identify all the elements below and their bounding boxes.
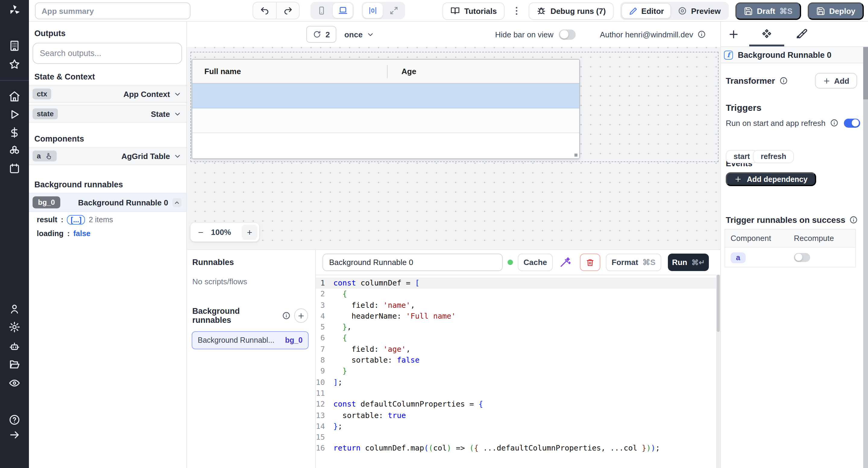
insert-component-plus-tab[interactable] [727, 28, 740, 40]
state-type-label: State [151, 109, 170, 119]
more-options-kebab-icon[interactable] [511, 5, 522, 16]
audit-eye-icon[interactable] [8, 377, 21, 389]
recompute-toggle[interactable] [794, 253, 810, 262]
favorites-star-icon[interactable] [8, 59, 21, 70]
add-dependency-button[interactable]: Add dependency [726, 172, 816, 186]
code-line[interactable]: 7 field: 'age', [316, 344, 720, 355]
schedules-calendar-icon[interactable] [8, 163, 21, 175]
code-line[interactable]: 11 [316, 388, 720, 399]
run-on-start-toggle[interactable] [844, 119, 860, 127]
output-row-ctx[interactable]: ctx App Context [29, 85, 186, 103]
runnable-name-input[interactable] [322, 254, 503, 271]
styling-brush-tab[interactable] [796, 28, 808, 40]
undo-button[interactable] [253, 2, 276, 19]
mobile-view-button[interactable] [312, 3, 332, 18]
debug-runs-button[interactable]: Debug runs (7) [529, 2, 613, 20]
tab-preview[interactable]: Preview [671, 3, 727, 19]
code-line[interactable]: 13 sortable: true [316, 410, 720, 421]
run-button[interactable]: Run⌘↵ [668, 254, 709, 271]
info-icon[interactable] [698, 30, 706, 38]
centered-layout-button[interactable] [363, 3, 383, 18]
zoom-in-button[interactable]: + [242, 225, 257, 240]
expand-sidebar-arrow-icon[interactable] [8, 429, 21, 441]
bg0-label: Background Runnable 0 [78, 198, 168, 207]
background-runnable-item[interactable]: Background Runnabl... bg_0 [192, 331, 309, 349]
deploy-button[interactable]: Deploy [807, 2, 864, 20]
refresh-count-button[interactable]: 2 [306, 26, 336, 43]
output-row-component-a[interactable]: a AgGrid Table [29, 147, 186, 165]
code-line[interactable]: 15 [316, 432, 720, 443]
code-line[interactable]: 4 headerName: 'Full name' [316, 311, 720, 322]
code-line[interactable]: 10]; [316, 377, 720, 388]
folders-icon[interactable] [8, 358, 21, 370]
chevron-down-icon[interactable] [174, 110, 181, 118]
collapse-chevron-up-button[interactable] [173, 198, 181, 207]
format-button[interactable]: Format⌘S [606, 254, 661, 271]
state-context-title: State & Context [29, 64, 186, 85]
trigger-runnables-title: Trigger runnables on success [726, 215, 858, 225]
info-icon[interactable] [282, 311, 290, 320]
app-summary-input[interactable] [35, 2, 190, 19]
code-line[interactable]: 6 { [316, 333, 720, 344]
code-line[interactable]: 12const defaultColumnProperties = { [316, 399, 720, 410]
aggrid-table-component[interactable]: Full name Age [192, 59, 580, 159]
code-line[interactable]: 2 { [316, 289, 720, 300]
delete-runnable-button[interactable] [580, 254, 600, 271]
search-outputs-input[interactable] [33, 43, 182, 64]
table-resize-handle[interactable] [575, 154, 578, 157]
ai-wand-icon[interactable] [559, 257, 571, 268]
column-header-age[interactable]: Age [388, 67, 416, 76]
runnable-settings-header: f Background Runnable 0 [721, 47, 863, 63]
add-background-runnable-button[interactable] [294, 308, 308, 323]
panel-scrollbar[interactable] [863, 47, 868, 468]
redo-button[interactable] [276, 2, 299, 19]
info-icon[interactable] [849, 215, 858, 224]
desktop-view-button[interactable] [333, 3, 352, 18]
code-line[interactable]: 5 }, [316, 322, 720, 333]
code-line[interactable]: 1const columnDef = [ [316, 278, 720, 289]
help-icon[interactable] [8, 414, 21, 426]
workers-bot-icon[interactable] [8, 341, 21, 353]
settings-diamonds-tab[interactable] [761, 28, 773, 40]
code-line[interactable]: 8 sortable: false [316, 355, 720, 366]
info-icon[interactable] [779, 76, 787, 85]
zoom-out-button[interactable]: − [190, 227, 211, 237]
canvas-grid[interactable]: Full name Age − 100% + [187, 47, 720, 249]
code-scrollbar[interactable] [716, 275, 720, 468]
chevron-down-icon[interactable] [174, 90, 181, 98]
laptop-icon [338, 6, 347, 15]
windmill-logo-icon[interactable] [8, 4, 21, 17]
table-row[interactable] [192, 108, 579, 133]
user-icon[interactable] [8, 303, 21, 315]
column-header-full-name[interactable]: Full name [192, 67, 387, 76]
info-icon[interactable] [830, 119, 838, 127]
resources-boxes-icon[interactable] [8, 144, 21, 157]
runs-play-icon[interactable] [8, 108, 21, 121]
output-row-state[interactable]: state State [29, 105, 186, 123]
output-row-bg0[interactable]: bg_0 Background Runnable 0 [29, 193, 186, 212]
code-area[interactable]: 1const columnDef = [2 {3 field: 'name',4… [316, 275, 720, 468]
hide-bar-label: Hide bar on view [495, 30, 554, 39]
schedule-dropdown[interactable]: once [344, 30, 374, 39]
centered-width-icon [368, 6, 377, 15]
expand-result-button[interactable]: [...] [67, 215, 85, 225]
chevron-down-icon[interactable] [174, 152, 181, 160]
table-row-selected[interactable] [192, 84, 579, 108]
code-line[interactable]: 16return columnDef.map((col) => ({ ...de… [316, 443, 720, 454]
chevron-up-icon [174, 199, 180, 206]
draft-button[interactable]: Draft ⌘S [735, 2, 801, 20]
variables-dollar-icon[interactable] [8, 127, 21, 138]
code-line[interactable]: 3 field: 'name', [316, 300, 720, 311]
home-icon[interactable] [8, 90, 21, 102]
fullwidth-layout-button[interactable] [384, 3, 404, 18]
tab-editor[interactable]: Editor [621, 3, 671, 19]
code-line[interactable]: 14}; [316, 421, 720, 432]
cache-button[interactable]: Cache [518, 254, 553, 271]
settings-gear-icon[interactable] [8, 321, 21, 333]
tutorials-button[interactable]: Tutorials [443, 2, 505, 20]
function-icon: f [724, 50, 733, 59]
hide-bar-toggle[interactable] [559, 29, 576, 39]
add-transformer-button[interactable]: Add [815, 73, 857, 89]
code-line[interactable]: 9 } [316, 366, 720, 377]
workspace-building-icon[interactable] [8, 40, 21, 52]
